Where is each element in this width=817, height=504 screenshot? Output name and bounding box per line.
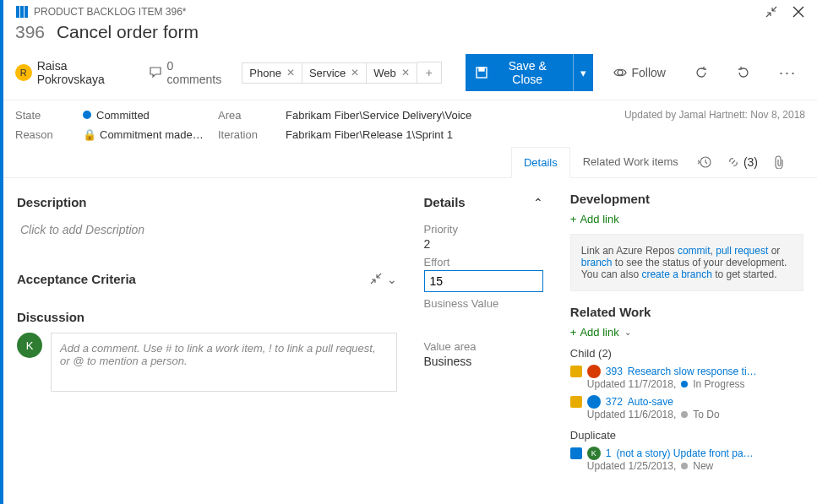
chevron-up-icon[interactable]: ⌃ [533, 196, 543, 209]
svg-point-5 [618, 70, 623, 75]
comments-count: 0 comments [167, 59, 231, 86]
development-heading: Development [570, 192, 803, 206]
discussion-input[interactable]: Add a comment. Use # to link a work item… [51, 333, 397, 392]
tag-chip[interactable]: Web✕ [367, 62, 417, 84]
svg-rect-2 [25, 6, 28, 18]
links-tab[interactable]: (3) [727, 155, 758, 169]
state-dot-icon [83, 111, 91, 119]
collapse-icon[interactable] [765, 5, 778, 19]
work-item-title[interactable]: 396 Cancel order form [3, 19, 817, 51]
business-value-label: Business Value [424, 297, 543, 310]
pbi-icon [570, 447, 582, 459]
tag-chip[interactable]: Service✕ [302, 62, 367, 84]
related-item[interactable]: 372 Auto-save [570, 395, 803, 409]
remove-tag-icon[interactable]: ✕ [351, 67, 359, 79]
value-area-value[interactable]: Business [424, 355, 543, 368]
reason-value[interactable]: 🔒Commitment made… [83, 128, 218, 141]
lock-icon: 🔒 [83, 128, 96, 141]
duplicate-group-label: Duplicate [570, 429, 803, 442]
attachments-icon[interactable] [773, 155, 785, 169]
svg-rect-1 [20, 6, 24, 18]
assignee-avatar-icon: K [587, 447, 601, 460]
assignee-avatar-icon [587, 395, 601, 409]
state-label: State [15, 109, 83, 122]
value-area-label: Value area [424, 340, 543, 353]
area-value[interactable]: Fabrikam Fiber\Service Delivery\Voice [286, 109, 539, 122]
remove-tag-icon[interactable]: ✕ [286, 67, 295, 79]
tab-related-work-items[interactable]: Related Work items [570, 146, 691, 177]
info-strip: State Committed Area Fabrikam Fiber\Serv… [3, 100, 817, 146]
add-related-link-button[interactable]: +Add link⌄ [570, 326, 803, 339]
related-item-title[interactable]: (not a story) Update front pa… [617, 447, 754, 459]
tag-chip[interactable]: Phone✕ [242, 62, 302, 84]
save-dropdown-button[interactable]: ▾ [573, 54, 593, 91]
priority-value[interactable]: 2 [424, 237, 543, 251]
plus-icon: + [570, 213, 577, 225]
breadcrumb-text: PRODUCT BACKLOG ITEM 396* [34, 6, 187, 18]
tab-details[interactable]: Details [511, 147, 570, 178]
chevron-down-icon[interactable]: ⌄ [387, 273, 397, 286]
assignee-name: Raisa Pokrovskaya [37, 59, 137, 86]
discussion-heading: Discussion [17, 310, 84, 324]
branch-link[interactable]: branch [581, 257, 613, 268]
history-icon[interactable] [698, 155, 711, 169]
revert-button[interactable] [728, 61, 759, 84]
add-dev-link-button[interactable]: +Add link [570, 213, 803, 225]
effort-input[interactable] [424, 270, 543, 292]
related-item[interactable]: K 1 (not a story) Update front pa… [570, 447, 803, 460]
child-group-label: Child (2) [570, 347, 803, 360]
details-heading: Details [424, 195, 466, 209]
description-column: Description Click to add Description Acc… [3, 178, 411, 504]
refresh-button[interactable] [686, 61, 716, 84]
close-icon[interactable] [792, 5, 805, 19]
work-item-id: 396 [15, 22, 45, 41]
last-updated-text: Updated by Jamal Hartnett: Nov 8, 2018 [624, 109, 805, 141]
follow-icon [613, 66, 627, 79]
priority-label: Priority [424, 223, 543, 236]
plus-icon: + [570, 326, 577, 339]
comments-link[interactable]: 0 comments [149, 59, 231, 86]
description-heading: Description [17, 195, 87, 209]
state-dot-icon [681, 463, 688, 469]
save-and-close-button[interactable]: Save & Close [466, 54, 573, 91]
assignee-picker[interactable]: R Raisa Pokrovskaya [15, 59, 137, 86]
pbi-icon [570, 366, 582, 377]
development-hint-box: Link an Azure Repos commit, pull request… [570, 234, 803, 291]
command-bar: R Raisa Pokrovskaya 0 comments Phone✕ Se… [3, 51, 817, 100]
related-item-id[interactable]: 393 [606, 366, 623, 377]
area-label: Area [218, 109, 286, 122]
add-tag-button[interactable]: + [417, 62, 442, 84]
title-breadcrumb-row: PRODUCT BACKLOG ITEM 396* [3, 0, 817, 19]
pull-request-link[interactable]: pull request [716, 245, 768, 257]
related-column: Development +Add link Link an Azure Repo… [557, 178, 817, 504]
svg-rect-4 [479, 68, 484, 71]
details-column: Details⌃ Priority 2 Effort Business Valu… [411, 178, 557, 504]
create-branch-link[interactable]: create a branch [641, 268, 711, 280]
save-icon [476, 67, 487, 79]
follow-button[interactable]: Follow [605, 61, 674, 84]
related-item-id[interactable]: 1 [606, 447, 612, 459]
state-value[interactable]: Committed [83, 109, 218, 122]
description-editor[interactable]: Click to add Description [17, 218, 397, 257]
expand-icon[interactable] [370, 273, 382, 286]
assignee-avatar-icon [587, 365, 601, 378]
state-dot-icon [681, 411, 688, 418]
save-split-button: Save & Close ▾ [466, 54, 593, 91]
iteration-label: Iteration [218, 128, 286, 141]
work-item-type-icon [15, 5, 29, 19]
more-actions-button[interactable]: ··· [771, 59, 805, 87]
related-item-meta: Updated 1/25/2013,New [587, 460, 803, 472]
effort-label: Effort [424, 256, 543, 268]
related-item[interactable]: 393 Research slow response ti… [570, 365, 803, 378]
iteration-value[interactable]: Fabrikam Fiber\Release 1\Sprint 1 [286, 128, 539, 141]
commit-link[interactable]: commit [678, 245, 711, 257]
remove-tag-icon[interactable]: ✕ [401, 67, 410, 79]
related-item-title[interactable]: Research slow response ti… [628, 366, 757, 377]
related-item-meta: Updated 11/7/2018,In Progress [587, 378, 803, 390]
assignee-avatar: R [15, 64, 32, 81]
current-user-avatar: K [17, 333, 42, 358]
tab-bar: Details Related Work items (3) [3, 146, 817, 178]
chevron-down-icon: ⌄ [624, 328, 631, 337]
related-item-id[interactable]: 372 [606, 396, 623, 408]
related-item-title[interactable]: Auto-save [628, 396, 673, 408]
